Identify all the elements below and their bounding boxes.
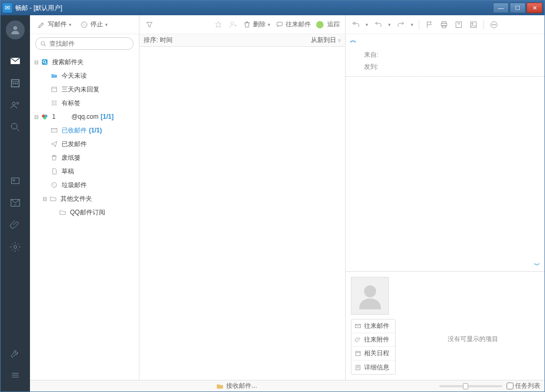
tab-label: 详细信息 — [364, 363, 389, 372]
tree-qq-subscribe[interactable]: QQ邮件订阅 — [30, 205, 139, 219]
search-input[interactable] — [49, 40, 129, 47]
caret-down-icon[interactable]: ▾ — [388, 22, 391, 27]
tree-trash[interactable]: 废纸篓 — [30, 151, 139, 164]
tree-account[interactable]: ⊟ 1 @qq.com [1/1] — [30, 110, 139, 123]
tree-today-unread[interactable]: 今天未读 — [30, 69, 139, 82]
track-label: 追踪 — [327, 20, 340, 29]
qq-account-icon — [41, 112, 49, 121]
task-list-checkbox[interactable] — [507, 383, 513, 389]
svg-rect-10 — [12, 178, 19, 184]
svg-point-0 — [13, 26, 17, 30]
svg-rect-29 — [55, 104, 56, 105]
nav-todo-icon[interactable] — [1, 192, 30, 214]
related-mail-label: 往来邮件 — [286, 20, 311, 29]
account-count: [1/1] — [100, 113, 114, 120]
tree-inbox[interactable]: 已收邮件 (1/1) — [30, 123, 139, 137]
pin-icon[interactable] — [214, 20, 223, 29]
minimize-button[interactable]: — — [493, 3, 509, 13]
svg-rect-24 — [52, 87, 56, 92]
tree-label: 垃圾邮件 — [62, 181, 87, 190]
user-avatar[interactable] — [6, 20, 25, 39]
tree-three-days[interactable]: 三天内未回复 — [30, 82, 139, 96]
tab-related-attach[interactable]: 往来附件 — [351, 333, 395, 347]
caret-down-icon[interactable]: ▾ — [366, 22, 368, 27]
tree-drafts[interactable]: 草稿 — [30, 164, 139, 178]
tree-junk[interactable]: 垃圾邮件 — [30, 178, 139, 192]
contact-tabs: 往来邮件 往来附件 相关日程 详细信息 — [351, 319, 396, 375]
app-icon: ✉ — [3, 3, 12, 13]
filter-button[interactable] — [145, 20, 154, 29]
tree-other-folders[interactable]: ⊟ 其他文件夹 — [30, 192, 139, 205]
svg-point-13 — [14, 245, 17, 249]
svg-rect-27 — [55, 101, 56, 102]
nav-calendar-icon[interactable] — [1, 72, 30, 94]
svg-rect-39 — [277, 22, 282, 26]
svg-point-4 — [15, 83, 16, 84]
reply-all-icon[interactable] — [351, 20, 360, 29]
track-dot-icon — [316, 21, 324, 28]
stop-button[interactable]: 停止 ▾ — [78, 18, 110, 30]
tree-sent[interactable]: 已发邮件 — [30, 137, 139, 151]
expander-icon[interactable]: ⊟ — [33, 114, 39, 120]
reply-icon[interactable] — [374, 20, 383, 29]
track-button[interactable]: 追踪 — [316, 20, 340, 29]
nav-search-icon[interactable] — [1, 116, 30, 138]
tab-related-mail[interactable]: 往来邮件 — [351, 319, 395, 333]
tab-related-calendar[interactable]: 相关日程 — [351, 347, 395, 360]
tree-label: 三天内未回复 — [62, 85, 99, 94]
assign-icon[interactable] — [228, 20, 238, 29]
svg-point-32 — [43, 116, 46, 119]
compose-icon — [37, 20, 46, 29]
forward-icon[interactable] — [396, 20, 406, 29]
tab-label: 往来邮件 — [364, 322, 389, 331]
close-button[interactable]: ✕ — [527, 3, 542, 13]
contact-empty: 没有可显示的项目 — [406, 277, 539, 375]
nav-tools-icon[interactable] — [1, 342, 30, 364]
slider-thumb[interactable] — [463, 383, 468, 389]
svg-rect-54 — [356, 365, 360, 370]
statusbar: 接收邮件... 任务列表 — [30, 380, 544, 391]
svg-point-47 — [492, 24, 493, 25]
junk-icon — [50, 181, 58, 189]
list-header[interactable]: 排序: 时间 从新到日 ▿ — [139, 34, 345, 47]
tab-detail[interactable]: 详细信息 — [351, 360, 395, 374]
nav-attach-icon[interactable] — [1, 214, 30, 236]
nav-contacts-icon[interactable] — [1, 94, 30, 116]
delete-button[interactable]: 删除 ▾ — [243, 20, 270, 29]
nav-mail-icon[interactable] — [1, 50, 30, 72]
caret-down-icon: ▾ — [268, 22, 270, 27]
svg-rect-44 — [471, 22, 477, 27]
maximize-button[interactable]: ☐ — [510, 3, 526, 13]
from-label: 来自: — [352, 50, 378, 59]
preview-body — [346, 77, 544, 260]
task-list-toggle[interactable]: 任务列表 — [507, 381, 540, 390]
expander-icon[interactable]: ⊟ — [42, 196, 48, 202]
print-icon[interactable] — [439, 20, 449, 29]
svg-point-3 — [13, 83, 14, 84]
nav-card-icon[interactable] — [1, 170, 30, 192]
search-folder-icon — [41, 58, 49, 66]
to-field: 发到: — [352, 61, 538, 73]
nav-settings-icon[interactable] — [1, 236, 30, 258]
svg-rect-21 — [42, 59, 48, 65]
tree-label: 其他文件夹 — [60, 194, 92, 203]
collapse-down-button[interactable]: ︾ — [346, 260, 544, 271]
more-icon[interactable] — [489, 20, 499, 29]
tree-label: 今天未读 — [62, 71, 87, 80]
zoom-slider[interactable] — [439, 385, 502, 387]
svg-point-50 — [364, 285, 376, 297]
compose-button[interactable]: 写邮件 ▾ — [35, 18, 74, 30]
nav-menu-icon[interactable] — [1, 364, 30, 386]
picture-icon[interactable] — [469, 20, 478, 29]
tree-label: 废纸篓 — [62, 153, 80, 162]
message-list-pane: 删除 ▾ 往来邮件 追踪 排序: 时间 — [139, 15, 346, 380]
flag-icon[interactable] — [425, 20, 434, 29]
expander-icon[interactable]: ⊟ — [33, 59, 39, 65]
collapse-up-button[interactable]: ︽ — [346, 34, 544, 46]
related-mail-button[interactable]: 往来邮件 — [276, 20, 311, 29]
help-icon[interactable] — [454, 20, 463, 29]
tree-search-folders[interactable]: ⊟ 搜索邮件夹 — [30, 55, 139, 69]
search-box[interactable] — [35, 37, 134, 50]
caret-down-icon[interactable]: ▾ — [411, 22, 413, 27]
tree-tagged[interactable]: 有标签 — [30, 96, 139, 110]
